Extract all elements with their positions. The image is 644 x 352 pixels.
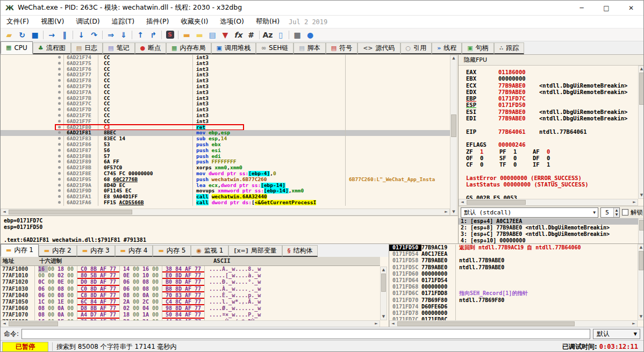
tab-流程图[interactable]: ♣流程图 (33, 42, 71, 54)
call-argument-row[interactable]: 1: [esp+4] A0C17EEA (459, 218, 638, 225)
menu-item[interactable]: 文件(F) (1, 16, 35, 28)
call-arguments-list[interactable]: 1: [esp+4] A0C17EEA2: [esp+8] 77B9ABE0 <… (459, 218, 638, 244)
breakpoint-gutter[interactable] (55, 67, 64, 73)
minimize-button[interactable]: ─ (569, 1, 594, 15)
step-over-button[interactable]: ↷ (88, 29, 101, 41)
stack-row[interactable]: 0171FD640171FD54 (389, 277, 638, 284)
dump-row[interactable]: 77AF107008000A00A4D7AF7718001A005084AF77… (1, 312, 380, 318)
call-argument-row[interactable]: 3: [esp+C] 77B9ABE0 <ntdll.DbgUiRemoteBr… (459, 231, 638, 238)
register-line[interactable]: EIP77B64061ntdll.77B64061 (466, 128, 638, 135)
menu-item[interactable]: 追踪(T) (106, 16, 140, 28)
register-line[interactable]: EBP0171FD7C (466, 95, 638, 102)
breakpoint-gutter[interactable] (55, 101, 64, 107)
register-line[interactable]: EAX01186000 (466, 69, 638, 75)
disasm-row[interactable]: 6AD21F9568 60C2776Bpush wechatwin.6B77C2… (1, 177, 450, 183)
breakpoint-gutter[interactable] (55, 96, 64, 102)
register-line[interactable]: ZF1PF1AF0 (466, 148, 638, 155)
comment-button[interactable]: ▬ (193, 29, 206, 41)
dump-tab-监视 1[interactable]: ◉监视 1 (191, 245, 228, 257)
register-line[interactable]: LastError 00000000 (ERROR_SUCCESS) (466, 175, 638, 181)
restart-button[interactable]: ↻ (16, 29, 28, 41)
dump-tab-内存 1[interactable]: ▬内存 1 (1, 244, 39, 257)
registers-hscrollbar[interactable]: ◄ ► (459, 199, 638, 206)
breakpoint-gutter[interactable] (55, 171, 64, 177)
register-line[interactable]: ECX77B9ABE0<ntdll.DbgUiRemoteBreakin> (466, 82, 638, 89)
register-line[interactable]: EDX77B9ABE0<ntdll.DbgUiRemoteBreakin> (466, 89, 638, 95)
breakpoint-gutter[interactable] (55, 125, 64, 131)
dump-tab-内存 3[interactable]: ▬内存 3 (77, 245, 115, 257)
stack-row[interactable]: 0171FD7077B69F80ntdll.77B69F80 (389, 297, 638, 304)
menu-item[interactable]: 收藏夹(I) (175, 16, 214, 28)
dump-row[interactable]: 77AF103006000800C08DAF7706000800B88DAF77… (1, 286, 380, 292)
notes-send-button[interactable]: ▯ (274, 29, 287, 41)
call-argument-row[interactable]: 2: [esp+8] 77B9ABE0 <ntdll.DbgUiRemoteBr… (459, 225, 638, 231)
stack-row[interactable]: 0171FD7C0171FD8C (389, 317, 638, 320)
breakpoint-gutter[interactable] (55, 61, 64, 67)
stack-row[interactable]: 0171FD74D60FE6D6 (389, 304, 638, 310)
register-line[interactable]: OF0SF0DF0 (466, 155, 638, 161)
register-line[interactable]: GS 002B FS 0053 (466, 195, 638, 199)
maximize-button[interactable]: □ (594, 1, 619, 15)
breakpoint-gutter[interactable] (55, 84, 64, 90)
unlock-checkbox[interactable] (622, 209, 628, 215)
breakpoint-gutter[interactable] (55, 159, 64, 165)
dump-tab-局部变量[interactable]: [x=]局部变量 (228, 245, 282, 257)
registers-vscrollbar[interactable]: ▲ ▼ (638, 66, 644, 199)
tab-句柄[interactable]: ▣句柄 (462, 42, 493, 54)
tab-日志[interactable]: ▤日志 (71, 42, 103, 54)
register-line[interactable]: CF0TF0IF1 (466, 161, 638, 168)
dump-tab-结构体[interactable]: §结构体 (282, 245, 318, 257)
dump-table[interactable]: 77AF100016001800C08BAF77140016003884AF77… (1, 266, 380, 320)
menu-item[interactable]: 选项(O) (214, 16, 250, 28)
stack-table[interactable]: 0171FD5077B9AC19返回到 ntdll.77B9AC19 自 ntd… (389, 244, 638, 320)
register-line[interactable]: LastStatus 00000000 (STATUS_SUCCESS) (466, 181, 638, 188)
breakpoint-gutter[interactable] (55, 107, 64, 113)
breakpoint-gutter[interactable] (55, 165, 64, 171)
tab-符号[interactable]: ▤符号 (326, 42, 357, 54)
dump-row[interactable]: 77AF10501C001E006C84AF772A002C00C48CAF77… (1, 299, 380, 305)
tab-脚本[interactable]: ▤脚本 (294, 42, 325, 54)
dump-row[interactable]: 77AF101000000200805BAF770E001000E08DAF77… (1, 272, 380, 279)
disassembly-hscrollbar[interactable]: ◄ ► (1, 209, 450, 215)
globe-button[interactable]: ● (304, 29, 317, 41)
breakpoint-gutter[interactable] (55, 154, 64, 160)
dump-row[interactable]: 77AF106008000A00D88BAF7702000400988DAF77… (1, 305, 380, 312)
open-file-button[interactable]: ▰ (3, 29, 16, 41)
dump-tab-内存 2[interactable]: ▬内存 2 (39, 245, 77, 257)
command-input[interactable] (22, 329, 590, 339)
stack-row[interactable]: 0171FD5C77B9ABE0ntdll.77B9ABE0 (389, 264, 638, 271)
stack-row[interactable]: 0171FD7800000000 (389, 310, 638, 317)
breakpoint-gutter[interactable] (55, 113, 64, 119)
stack-row[interactable]: 0171FD6000000000 (389, 271, 638, 277)
hash-button[interactable]: # (245, 29, 257, 41)
tab-跟踪[interactable]: ∴跟踪 (494, 42, 525, 54)
tab-SEH链[interactable]: ∞SEH链 (256, 42, 294, 54)
close-button[interactable]: ✕ (619, 1, 643, 15)
hide-fpu-button[interactable]: 隐藏FPU (459, 55, 644, 66)
text-case-button[interactable]: Az (261, 29, 274, 41)
tab-线程[interactable]: »线程 (432, 42, 462, 54)
run-to-user-code-button[interactable]: ↱ (147, 29, 160, 41)
calling-convention-select[interactable]: 默认 (stdcall) ▼ (461, 207, 598, 218)
breakpoint-gutter[interactable] (55, 148, 64, 154)
tab-引用[interactable]: ○引用 (400, 42, 432, 54)
tab-笔记[interactable]: ▤笔记 (103, 42, 134, 54)
breakpoint-gutter[interactable] (55, 194, 64, 200)
disasm-row[interactable]: 6AD21F7FCCint3 (1, 119, 450, 125)
tab-源代码[interactable]: <>源代码 (357, 42, 400, 54)
register-line[interactable]: ESP0171FD50 (466, 102, 638, 108)
tab-CPU[interactable]: ▦CPU (1, 41, 33, 54)
pause-button[interactable]: ‖ (58, 29, 71, 41)
run-upward-button[interactable]: ↑ (134, 29, 147, 41)
dump-row[interactable]: 77AF100016001800C08BAF77140016003884AF77… (1, 266, 380, 272)
menu-item[interactable]: 调试(D) (70, 16, 105, 28)
menu-item[interactable]: 视图(V) (35, 16, 70, 28)
register-line[interactable]: EFLAGS00000246 (466, 141, 638, 148)
command-profile-select[interactable]: 默认 ▼ (593, 329, 640, 339)
scylla-button[interactable]: S (163, 29, 176, 41)
menu-item[interactable]: 帮助(H) (250, 16, 285, 28)
run-button[interactable]: → (45, 29, 58, 41)
patch-button[interactable]: ▬ (180, 29, 193, 41)
breakpoint-gutter[interactable] (55, 130, 64, 136)
calculator-button[interactable]: ▦ (291, 29, 304, 41)
